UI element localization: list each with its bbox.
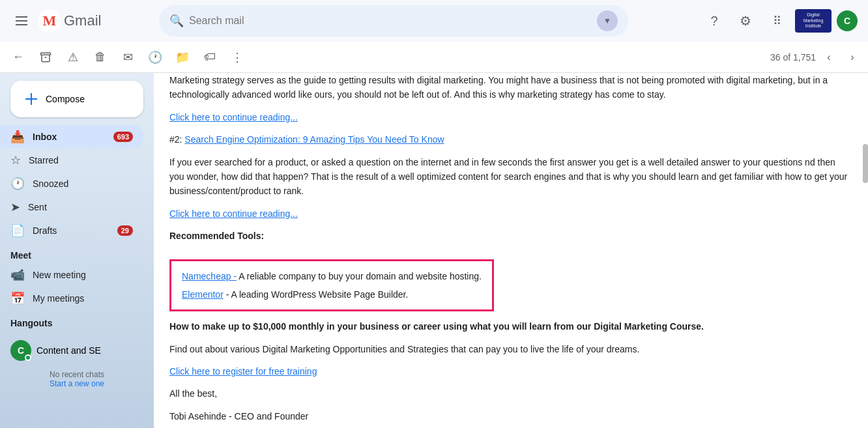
apps-btn[interactable]: ⠿ (764, 8, 790, 34)
compose-label: Compose (46, 94, 85, 104)
snooze-btn[interactable]: 🕐 (142, 44, 168, 70)
spam-btn[interactable]: ⚠ (60, 44, 86, 70)
signature: Tobi Asehinde - CEO and Founder (169, 409, 852, 423)
avatar[interactable]: C (837, 10, 858, 31)
toolbar-actions: ← ⚠ 🗑 ✉ 🕐 📁 🏷 ⋮ (5, 44, 250, 70)
email-content: Marketing strategy serves as the guide t… (154, 73, 868, 428)
more-btn[interactable]: ⋮ (224, 44, 250, 70)
heading-number-2: #2: (169, 134, 184, 145)
drafts-badge: 29 (117, 225, 133, 236)
email-link-2: Click here to continue reading... (169, 207, 852, 221)
help-icon: ? (710, 14, 717, 29)
prev-email-btn[interactable]: ‹ (818, 47, 839, 68)
search-input[interactable] (189, 15, 592, 27)
mark-unread-btn[interactable]: ✉ (115, 44, 141, 70)
gmail-logo: M Gmail (38, 9, 101, 33)
my-meetings-label: My meetings (33, 293, 133, 304)
settings-icon: ⚙ (740, 13, 751, 29)
back-btn[interactable]: ← (5, 44, 31, 70)
register-link-para: Click here to register for free training (169, 364, 852, 378)
compose-plus-icon (23, 91, 39, 107)
recommended-tools-box: Namecheap - A reliable company to buy yo… (169, 259, 494, 312)
bold-para: How to make up to $10,000 monthly in you… (169, 319, 852, 334)
no-recent-label: No recent chats (10, 370, 143, 379)
new-meeting-label: New meeting (33, 270, 133, 280)
svg-rect-0 (41, 53, 51, 55)
email-link-1: Click here to continue reading... (169, 110, 852, 124)
topbar-left: M Gmail (10, 9, 154, 33)
seo-heading-link[interactable]: Search Engine Optimization: 9 Amazing Ti… (184, 134, 444, 145)
namecheap-desc: A reliable company to buy your domain an… (237, 271, 482, 281)
gmail-m-logo: M (38, 9, 61, 33)
gmail-label: Gmail (64, 12, 101, 29)
starred-label: Starred (29, 155, 133, 165)
inbox-badge: 693 (113, 132, 133, 142)
namecheap-link[interactable]: Namecheap - (182, 271, 237, 281)
toolbar-pagination: 36 of 1,751 ‹ › (770, 47, 863, 68)
recommended-label: Recommended Tools: (169, 231, 264, 241)
email-toolbar: ← ⚠ 🗑 ✉ 🕐 📁 🏷 ⋮ 36 of 1,751 ‹ › (0, 42, 868, 73)
apps-icon: ⠿ (773, 14, 781, 28)
snoozed-icon: 🕐 (10, 177, 25, 191)
scrollbar-thumb[interactable] (863, 144, 868, 183)
email-para-3: Find out about various Digital Marketing… (169, 342, 852, 356)
inbox-icon: 📥 (10, 130, 25, 144)
search-bar[interactable]: 🔍 ▼ (159, 5, 628, 36)
sidebar: Compose 📥 Inbox 693 ☆ Starred 🕐 Snoozed … (0, 73, 154, 428)
sidebar-item-drafts[interactable]: 📄 Drafts 29 (0, 219, 143, 242)
email-para-1: Marketing strategy serves as the guide t… (169, 73, 852, 102)
menu-icon[interactable] (10, 11, 33, 31)
dmi-badge: Digital Marketing Institute (795, 9, 832, 33)
start-new-chat-link[interactable]: Start a new one (10, 379, 143, 388)
bold-para-text: How to make up to $10,000 monthly in you… (169, 321, 704, 332)
sidebar-item-snoozed[interactable]: 🕐 Snoozed (0, 172, 143, 195)
topbar: M Gmail 🔍 ▼ ? ⚙ ⠿ Digital Marketing Inst… (0, 0, 868, 42)
hangouts-header: Hangouts (0, 310, 154, 331)
elementor-desc: - A leading WordPress Website Page Build… (224, 289, 409, 300)
search-icon: 🔍 (169, 14, 184, 28)
move-btn[interactable]: 📁 (169, 44, 195, 70)
drafts-label: Drafts (33, 225, 109, 236)
sign-off: All the best, (169, 386, 852, 401)
elementor-item: Elementor - A leading WordPress Website … (182, 287, 482, 302)
pagination-label: 36 of 1,751 (770, 52, 816, 63)
sidebar-item-my-meetings[interactable]: 📅 My meetings (0, 287, 143, 310)
delete-btn[interactable]: 🗑 (87, 44, 113, 70)
help-btn[interactable]: ? (701, 8, 727, 34)
sidebar-item-new-meeting[interactable]: 📹 New meeting (0, 263, 143, 287)
compose-button[interactable]: Compose (10, 81, 143, 117)
sent-icon: ➤ (10, 200, 20, 214)
sidebar-item-inbox[interactable]: 📥 Inbox 693 (0, 125, 143, 149)
search-dropdown-btn[interactable]: ▼ (597, 10, 618, 31)
email-para-2: If you ever searched for a product, or a… (169, 155, 852, 199)
sidebar-item-starred[interactable]: ☆ Starred (0, 149, 143, 172)
recommended-heading: Recommended Tools: (169, 229, 852, 243)
register-link[interactable]: Click here to register for free training (169, 366, 317, 377)
next-email-btn[interactable]: › (842, 47, 863, 68)
my-meetings-icon: 📅 (10, 291, 25, 306)
continue-reading-link-2[interactable]: Click here to continue reading... (169, 208, 298, 219)
email-heading-2: #2: Search Engine Optimization: 9 Amazin… (169, 132, 852, 147)
hangouts-contact-name: Content and SE (36, 345, 101, 356)
label-btn[interactable]: 🏷 (197, 44, 223, 70)
hangouts-contact-item[interactable]: C Content and SE (10, 336, 143, 365)
meet-header: Meet (0, 242, 154, 263)
hangouts-avatar: C (10, 340, 31, 361)
snoozed-label: Snoozed (33, 178, 133, 189)
main-layout: Compose 📥 Inbox 693 ☆ Starred 🕐 Snoozed … (0, 73, 868, 428)
online-indicator (25, 354, 31, 361)
namecheap-item: Namecheap - A reliable company to buy yo… (182, 269, 482, 283)
new-meeting-icon: 📹 (10, 268, 25, 282)
archive-btn[interactable] (33, 44, 59, 70)
hangouts-section: C Content and SE No recent chats Start a… (0, 331, 154, 393)
email-body: Marketing strategy serves as the guide t… (169, 73, 852, 428)
topbar-right: ? ⚙ ⠿ Digital Marketing Institute C (701, 8, 858, 34)
dmi-label: Digital Marketing Institute (795, 11, 832, 30)
sidebar-item-sent[interactable]: ➤ Sent (0, 195, 143, 219)
continue-reading-link-1[interactable]: Click here to continue reading... (169, 112, 298, 122)
elementor-link[interactable]: Elementor (182, 289, 224, 300)
starred-icon: ☆ (10, 153, 21, 167)
sent-label: Sent (28, 202, 133, 212)
drafts-icon: 📄 (10, 223, 25, 238)
settings-btn[interactable]: ⚙ (732, 8, 759, 34)
